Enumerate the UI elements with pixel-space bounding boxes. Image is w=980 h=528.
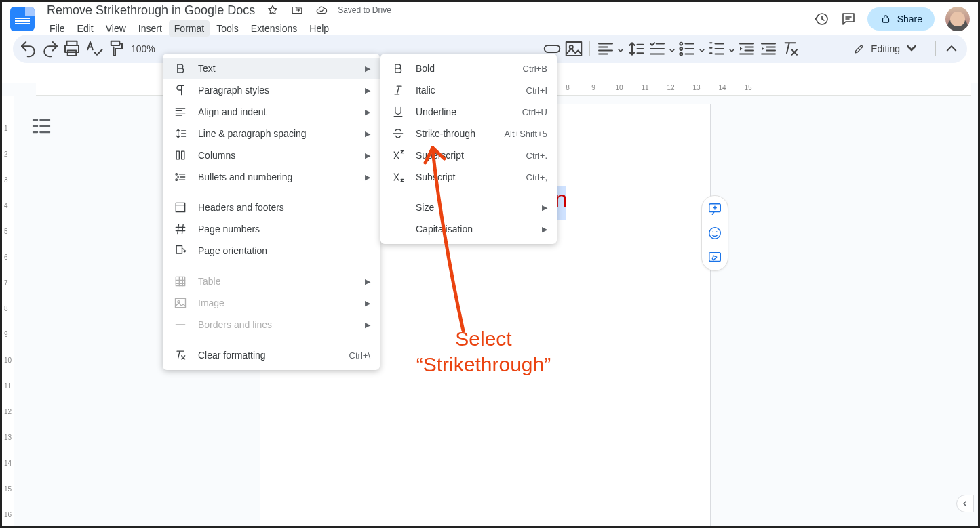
menu-item-label: Align and indent bbox=[198, 106, 354, 117]
undo-button[interactable] bbox=[18, 39, 39, 59]
menu-edit[interactable]: Edit bbox=[72, 20, 99, 37]
redo-button[interactable] bbox=[40, 39, 60, 59]
menu-item-label: Bullets and numbering bbox=[198, 171, 354, 182]
format-menu-item[interactable]: Columns▶ bbox=[163, 144, 380, 166]
svg-point-9 bbox=[680, 47, 682, 50]
format-menu-item[interactable]: Paragraph styles▶ bbox=[163, 79, 380, 101]
text-submenu-item[interactable]: SubscriptCtrl+, bbox=[380, 166, 557, 188]
menu-item-label: Borders and lines bbox=[198, 319, 354, 330]
format-menu-item: Borders and lines▶ bbox=[163, 314, 380, 336]
history-icon[interactable] bbox=[813, 11, 829, 27]
svg-point-14 bbox=[716, 231, 718, 232]
spellcheck-button[interactable] bbox=[83, 39, 104, 59]
svg-point-10 bbox=[680, 53, 682, 56]
editing-mode-label: Editing bbox=[871, 43, 900, 54]
text-submenu-item[interactable]: Capitalisation▶ bbox=[380, 218, 557, 240]
menu-item-label: Text bbox=[198, 63, 354, 74]
submenu-arrow-icon: ▶ bbox=[365, 321, 370, 329]
decrease-indent-button[interactable] bbox=[737, 39, 757, 59]
menu-extensions[interactable]: Extensions bbox=[246, 20, 302, 37]
align-dropdown-icon[interactable] bbox=[617, 45, 624, 52]
paint-format-button[interactable] bbox=[105, 39, 125, 59]
vertical-ruler[interactable]: 12345678910111213141516 bbox=[2, 96, 14, 526]
submenu-item-label: Bold bbox=[416, 63, 512, 74]
text-submenu-item[interactable]: ItalicCtrl+I bbox=[380, 79, 557, 101]
submenu-item-label: Strike-through bbox=[416, 128, 493, 139]
align-button[interactable] bbox=[595, 39, 616, 59]
print-button[interactable] bbox=[62, 39, 82, 59]
hide-panel-button[interactable] bbox=[956, 495, 974, 512]
add-emoji-icon[interactable] bbox=[707, 226, 722, 241]
checklist-dropdown-icon[interactable] bbox=[669, 45, 675, 52]
editing-mode-button[interactable]: Editing bbox=[849, 40, 930, 58]
image-icon bbox=[174, 296, 187, 310]
insert-image-button[interactable] bbox=[564, 39, 584, 59]
comments-icon[interactable] bbox=[840, 11, 857, 27]
menubar: File Edit View Insert Format Tools Exten… bbox=[44, 20, 391, 37]
header-icon bbox=[174, 201, 187, 214]
format-menu-item[interactable]: Text▶ bbox=[163, 58, 380, 79]
chevron-down-icon bbox=[905, 43, 918, 55]
share-button[interactable]: Share bbox=[867, 7, 935, 31]
text-submenu-item[interactable]: BoldCtrl+B bbox=[380, 58, 557, 79]
format-menu-item[interactable]: Line & paragraph spacing▶ bbox=[163, 123, 380, 144]
submenu-arrow-icon: ▶ bbox=[365, 173, 370, 182]
document-outline-button[interactable] bbox=[29, 114, 54, 138]
clear-formatting-button[interactable] bbox=[780, 39, 800, 59]
svg-point-16 bbox=[176, 174, 178, 176]
submenu-arrow-icon: ▶ bbox=[542, 225, 547, 234]
format-menu-item: Table▶ bbox=[163, 270, 380, 292]
format-menu-item[interactable]: Clear formattingCtrl+\ bbox=[163, 344, 380, 366]
format-menu-item[interactable]: Headers and footers bbox=[163, 197, 380, 218]
add-comment-icon[interactable] bbox=[707, 201, 722, 216]
menu-item-label: Clear formatting bbox=[198, 350, 338, 361]
collapse-toolbar-button[interactable] bbox=[941, 39, 962, 59]
menu-insert[interactable]: Insert bbox=[133, 20, 168, 37]
super-icon bbox=[391, 148, 405, 162]
svg-rect-6 bbox=[566, 42, 582, 56]
text-submenu-item[interactable]: SuperscriptCtrl+. bbox=[380, 144, 557, 166]
cloud-saved-icon[interactable] bbox=[313, 2, 330, 18]
line-icon bbox=[174, 318, 187, 331]
text-submenu-item[interactable]: Size▶ bbox=[380, 197, 557, 218]
menu-item-label: Columns bbox=[198, 150, 354, 161]
italic-icon bbox=[391, 83, 405, 97]
saved-to-drive-label[interactable]: Saved to Drive bbox=[338, 5, 391, 15]
svg-point-8 bbox=[680, 43, 682, 45]
zoom-value[interactable]: 100% bbox=[127, 43, 159, 54]
bulleted-list-button[interactable] bbox=[677, 39, 697, 59]
format-menu-item[interactable]: Page orientation bbox=[163, 240, 380, 262]
numbered-dropdown-icon[interactable] bbox=[728, 45, 735, 52]
checklist-button[interactable] bbox=[647, 39, 667, 59]
increase-indent-button[interactable] bbox=[758, 39, 779, 59]
suggest-edits-icon[interactable] bbox=[707, 250, 722, 265]
menu-file[interactable]: File bbox=[44, 20, 71, 37]
menu-item-label: Page orientation bbox=[198, 245, 370, 256]
star-icon[interactable] bbox=[264, 2, 281, 18]
avatar[interactable] bbox=[945, 7, 970, 31]
paragraph-icon bbox=[174, 83, 187, 97]
submenu-item-label: Superscript bbox=[416, 150, 515, 161]
bulleted-dropdown-icon[interactable] bbox=[699, 45, 705, 52]
menu-view[interactable]: View bbox=[100, 20, 132, 37]
move-folder-icon[interactable] bbox=[289, 2, 305, 18]
format-menu-item[interactable]: Page numbers bbox=[163, 218, 380, 240]
numbered-list-button[interactable] bbox=[707, 39, 727, 59]
spacing-icon bbox=[174, 127, 187, 140]
text-submenu-item[interactable]: UnderlineCtrl+U bbox=[380, 101, 557, 123]
format-menu-item[interactable]: Bullets and numbering▶ bbox=[163, 166, 380, 188]
docs-logo-icon[interactable] bbox=[10, 7, 35, 31]
menu-format[interactable]: Format bbox=[169, 20, 210, 37]
menu-tools[interactable]: Tools bbox=[211, 20, 244, 37]
text-submenu-dropdown: BoldCtrl+BItalicCtrl+IUnderlineCtrl+UStr… bbox=[380, 54, 557, 244]
text-submenu-item[interactable]: Strike-throughAlt+Shift+5 bbox=[380, 123, 557, 144]
menu-item-label: Line & paragraph spacing bbox=[198, 128, 354, 139]
submenu-arrow-icon: ▶ bbox=[542, 203, 547, 212]
document-title[interactable]: Remove Strikethrough in Google Docs bbox=[44, 2, 258, 19]
line-spacing-button[interactable] bbox=[625, 39, 646, 59]
menu-help[interactable]: Help bbox=[304, 20, 334, 37]
submenu-item-label: Underline bbox=[416, 106, 511, 117]
hash-icon bbox=[174, 222, 187, 236]
menu-item-label: Page numbers bbox=[198, 224, 370, 235]
format-menu-item[interactable]: Align and indent▶ bbox=[163, 101, 380, 123]
